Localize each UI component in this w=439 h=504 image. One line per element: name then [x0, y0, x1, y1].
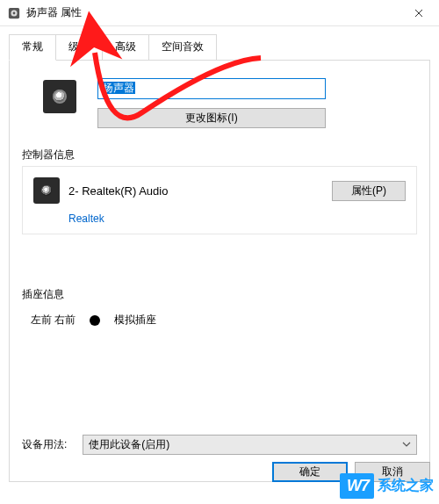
watermark-text: 系统之家 — [378, 477, 434, 495]
tab-label: 高级 — [115, 40, 136, 53]
device-name-input[interactable]: 扬声器 — [97, 78, 326, 99]
button-label: 属性(P) — [351, 184, 386, 198]
jack-group-title: 插座信息 — [22, 287, 417, 302]
jack-type: 模拟插座 — [114, 313, 156, 328]
tab-label: 常规 — [22, 40, 43, 53]
select-value: 使用此设备(启用) — [89, 437, 169, 452]
app-icon — [7, 6, 21, 20]
tab-general[interactable]: 常规 — [9, 34, 56, 61]
device-name-value: 扬声器 — [102, 82, 135, 94]
controller-properties-button[interactable]: 属性(P) — [332, 181, 406, 201]
titlebar: 扬声器 属性 — [0, 0, 439, 26]
controller-group: 2- Realtek(R) Audio 属性(P) Realtek — [22, 166, 417, 234]
tab-strip: 常规 级别 高级 空间音效 — [9, 33, 430, 60]
button-label: 更改图标(I) — [185, 111, 237, 126]
change-icon-button[interactable]: 更改图标(I) — [97, 108, 326, 128]
close-button[interactable] — [399, 0, 439, 26]
tab-panel-general: 扬声器 更改图标(I) 控制器信息 2- Realtek(R) Audio 属性… — [9, 61, 430, 482]
tab-spatial[interactable]: 空间音效 — [148, 34, 217, 61]
controller-icon — [33, 177, 60, 204]
button-label: 确定 — [299, 464, 320, 479]
window-title: 扬声器 属性 — [26, 5, 399, 20]
watermark-badge: W7 — [340, 473, 374, 499]
device-usage-label: 设备用法: — [22, 437, 67, 452]
ok-button[interactable]: 确定 — [272, 462, 348, 482]
tab-advanced[interactable]: 高级 — [102, 34, 149, 61]
jack-position: 左前 右前 — [31, 313, 76, 328]
jack-color-dot — [90, 315, 100, 326]
tab-label: 空间音效 — [162, 40, 204, 53]
svg-point-2 — [13, 11, 16, 14]
speaker-icon — [43, 80, 76, 113]
tab-label: 级别 — [68, 40, 90, 53]
vendor-link[interactable]: Realtek — [68, 212, 104, 225]
tab-levels[interactable]: 级别 — [55, 34, 103, 61]
controller-name: 2- Realtek(R) Audio — [68, 184, 168, 198]
controller-group-title: 控制器信息 — [22, 148, 417, 162]
watermark: W7 系统之家 — [340, 473, 434, 499]
jack-info-row: 左前 右前 模拟插座 — [22, 306, 417, 329]
chevron-down-icon — [402, 439, 411, 451]
device-usage-select[interactable]: 使用此设备(启用) — [83, 435, 417, 455]
